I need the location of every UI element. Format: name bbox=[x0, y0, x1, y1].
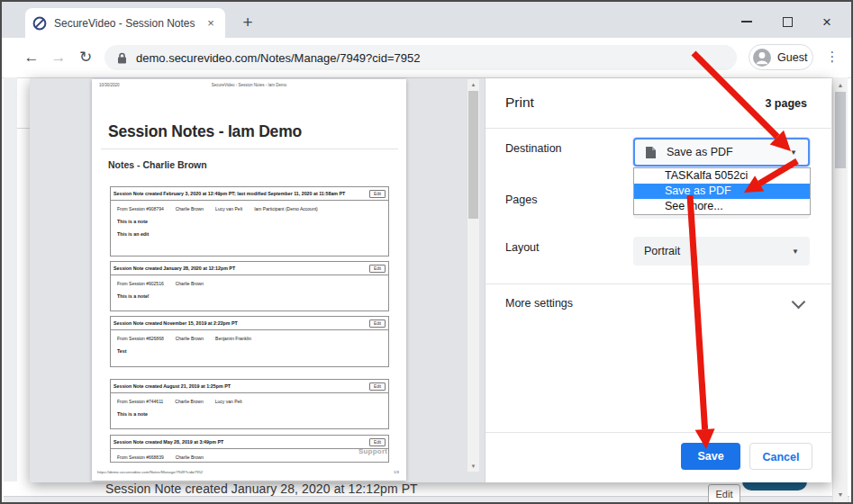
support-label: Support bbox=[358, 447, 387, 455]
note-meta: From Session #826868Charlie BrownBenjami… bbox=[117, 336, 388, 341]
maximize-button[interactable] bbox=[774, 11, 801, 32]
browser-toolbar: ← → ↻ demo.securevideo.com/Notes/Manage/… bbox=[2, 38, 851, 78]
layout-label: Layout bbox=[505, 241, 540, 254]
layout-value: Portrait bbox=[644, 245, 680, 257]
background-note-heading: Session Note created January 28, 2020 at… bbox=[105, 482, 418, 496]
session-note-card: Session Note created February 3, 2020 at… bbox=[110, 186, 389, 256]
background-edit-button[interactable]: Edit bbox=[708, 484, 740, 504]
minimize-icon bbox=[741, 21, 752, 22]
caret-down-icon: ▼ bbox=[792, 248, 799, 256]
notes-section-title: Notes - Charlie Brown bbox=[108, 159, 207, 170]
print-dialog: 10/30/2020 SecureVideo - Session Notes -… bbox=[30, 78, 831, 482]
profile-button[interactable]: Guest bbox=[749, 44, 813, 70]
destination-menu: TASKalfa 5052ci Save as PDF See more... bbox=[633, 167, 811, 215]
note-meta: From Session #744611Charlie BrownLucy va… bbox=[117, 399, 388, 404]
lock-icon bbox=[117, 52, 127, 64]
browser-window: SecureVideo - Session Notes - Iam × + × … bbox=[0, 0, 853, 504]
tab-strip: SecureVideo - Session Notes - Iam × + × bbox=[2, 2, 851, 38]
note-text: This is a note bbox=[117, 411, 388, 417]
document-title: Session Notes - Iam Demo bbox=[108, 122, 302, 141]
divider bbox=[485, 284, 832, 284]
securevideo-favicon bbox=[32, 16, 47, 31]
pages-label: Pages bbox=[505, 194, 537, 206]
browser-tab[interactable]: SecureVideo - Session Notes - Iam × bbox=[25, 8, 225, 38]
close-window-button[interactable]: × bbox=[813, 11, 840, 32]
divider bbox=[485, 432, 832, 433]
browser-menu-icon[interactable]: ⋮ bbox=[822, 45, 842, 68]
caret-down-icon: ▼ bbox=[790, 148, 797, 157]
reload-button[interactable]: ↻ bbox=[74, 46, 97, 69]
note-header: Session Note created August 21, 2019 at … bbox=[113, 383, 231, 389]
print-header-title: SecureVideo - Session Notes - Iam Demo bbox=[92, 83, 406, 87]
note-header: Session Note created February 3, 2020 at… bbox=[113, 191, 345, 196]
menu-item-printer[interactable]: TASKalfa 5052ci bbox=[634, 168, 810, 184]
more-settings-label[interactable]: More settings bbox=[505, 297, 573, 310]
chevron-down-icon[interactable] bbox=[792, 295, 806, 310]
note-meta: From Session #668839Charlie Brown bbox=[117, 454, 388, 460]
background-page-divider bbox=[17, 128, 30, 129]
scroll-up-icon[interactable]: ▲ bbox=[467, 82, 479, 87]
back-button[interactable]: ← bbox=[20, 46, 43, 69]
destination-select[interactable]: Save as PDF ▼ bbox=[633, 138, 810, 166]
url-text: demo.securevideo.com/Notes/Manage/7949?c… bbox=[136, 51, 420, 65]
session-note-card: Session Note created January 28, 2020 at… bbox=[110, 261, 389, 311]
page-scrollbar[interactable]: ▲ ▼ bbox=[832, 77, 848, 502]
background-page-gutter bbox=[4, 77, 17, 482]
session-note-card: Session Note created May 28, 2019 at 3:4… bbox=[110, 435, 389, 463]
session-note-card: Session Note created November 15, 2019 a… bbox=[110, 316, 389, 367]
new-tab-button[interactable]: + bbox=[236, 11, 259, 34]
divider bbox=[485, 128, 832, 129]
document-icon bbox=[646, 147, 656, 158]
print-preview-pane: 10/30/2020 SecureVideo - Session Notes -… bbox=[30, 78, 485, 482]
tab-close-icon[interactable]: × bbox=[204, 16, 218, 31]
print-settings-panel: Print 3 pages Destination Save as PDF ▼ … bbox=[485, 78, 831, 482]
note-header: Session Note created November 15, 2019 a… bbox=[113, 320, 238, 326]
note-header: Session Note created January 28, 2020 at… bbox=[113, 266, 235, 271]
print-footer-page-number: 1/3 bbox=[394, 470, 399, 474]
destination-label: Destination bbox=[505, 142, 562, 155]
edit-button: Edit bbox=[369, 190, 386, 198]
preview-scrollbar-thumb[interactable] bbox=[468, 91, 478, 219]
profile-name: Guest bbox=[777, 51, 807, 64]
maximize-icon bbox=[783, 17, 793, 27]
save-button[interactable]: Save bbox=[681, 443, 740, 470]
note-meta: From Session #908794Charlie BrownLucy va… bbox=[117, 206, 388, 212]
scroll-down-icon[interactable]: ▼ bbox=[467, 464, 479, 469]
menu-item-see-more[interactable]: See more... bbox=[634, 199, 810, 214]
page-count: 3 pages bbox=[765, 97, 807, 110]
print-footer-url: https://demo.securevideo.com/Notes/Manag… bbox=[97, 470, 203, 474]
print-dialog-title: Print bbox=[505, 94, 534, 111]
forward-button[interactable]: → bbox=[47, 46, 70, 69]
tab-title: SecureVideo - Session Notes - Iam bbox=[54, 17, 198, 30]
edit-button: Edit bbox=[369, 320, 386, 328]
preview-page-1: 10/30/2020 SecureVideo - Session Notes -… bbox=[92, 79, 406, 481]
scroll-down-icon[interactable]: ▼ bbox=[833, 491, 848, 498]
edit-button: Edit bbox=[369, 265, 386, 273]
note-text: This is a note bbox=[117, 219, 388, 224]
layout-select[interactable]: Portrait ▼ bbox=[633, 237, 810, 266]
note-text: This is a note! bbox=[117, 293, 388, 299]
note-meta: From Session #902516Charlie Brown bbox=[117, 281, 388, 286]
edit-button: Edit bbox=[369, 382, 386, 391]
note-header: Session Note created May 28, 2019 at 3:4… bbox=[113, 439, 223, 445]
session-note-card: Session Note created August 21, 2019 at … bbox=[110, 379, 389, 429]
scroll-up-icon[interactable]: ▲ bbox=[833, 82, 848, 88]
edit-button: Edit bbox=[369, 438, 386, 446]
title-divider bbox=[101, 148, 398, 149]
avatar-icon bbox=[752, 48, 772, 68]
destination-value: Save as PDF bbox=[667, 146, 733, 158]
menu-item-save-as-pdf[interactable]: Save as PDF bbox=[634, 184, 810, 199]
url-bar[interactable]: demo.securevideo.com/Notes/Manage/7949?c… bbox=[104, 45, 737, 70]
minimize-button[interactable] bbox=[733, 11, 760, 32]
background-support-tab[interactable] bbox=[742, 482, 807, 490]
preview-scrollbar[interactable]: ▲ ▼ bbox=[467, 79, 479, 472]
page-scrollbar-thumb[interactable] bbox=[835, 92, 846, 168]
note-text: This is an edit bbox=[117, 231, 388, 237]
cancel-button[interactable]: Cancel bbox=[749, 443, 812, 470]
note-text: Test bbox=[117, 348, 388, 354]
